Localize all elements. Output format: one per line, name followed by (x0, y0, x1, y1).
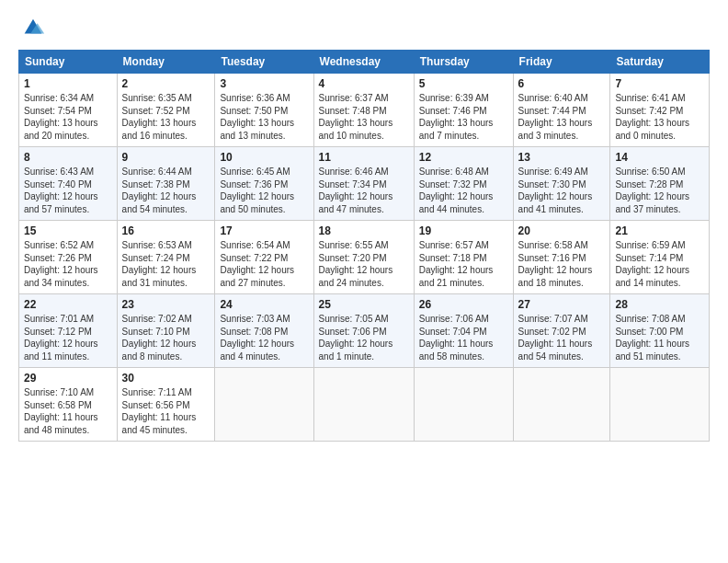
logo-icon (20, 15, 46, 40)
day-cell: 6 Sunrise: 6:40 AMSunset: 7:44 PMDayligh… (513, 74, 610, 147)
day-info: Sunrise: 7:02 AMSunset: 7:10 PMDaylight:… (122, 313, 210, 362)
header-wednesday: Wednesday (313, 51, 414, 74)
calendar-table: SundayMondayTuesdayWednesdayThursdayFrid… (18, 50, 710, 442)
day-number: 19 (419, 224, 508, 237)
week-row-4: 29 Sunrise: 7:10 AMSunset: 6:58 PMDaylig… (19, 368, 710, 442)
day-cell: 26 Sunrise: 7:06 AMSunset: 7:04 PMDaylig… (414, 294, 513, 368)
day-number: 5 (419, 77, 508, 90)
day-number: 10 (220, 151, 308, 164)
day-number: 30 (122, 372, 210, 385)
day-cell (513, 368, 610, 442)
day-info: Sunrise: 6:57 AMSunset: 7:18 PMDaylight:… (419, 239, 508, 289)
day-cell: 9 Sunrise: 6:44 AMSunset: 7:38 PMDayligh… (117, 147, 215, 221)
day-cell: 19 Sunrise: 6:57 AMSunset: 7:18 PMDaylig… (414, 221, 513, 294)
day-cell: 10 Sunrise: 6:45 AMSunset: 7:36 PMDaylig… (215, 147, 313, 221)
day-cell: 18 Sunrise: 6:55 AMSunset: 7:20 PMDaylig… (313, 221, 414, 294)
day-number: 29 (24, 372, 112, 385)
day-info: Sunrise: 6:55 AMSunset: 7:20 PMDaylight:… (319, 239, 409, 289)
day-number: 14 (615, 151, 704, 164)
day-info: Sunrise: 7:03 AMSunset: 7:08 PMDaylight:… (220, 313, 308, 362)
day-number: 17 (220, 224, 308, 237)
day-cell: 17 Sunrise: 6:54 AMSunset: 7:22 PMDaylig… (215, 221, 313, 294)
day-cell: 13 Sunrise: 6:49 AMSunset: 7:30 PMDaylig… (513, 147, 610, 221)
day-number: 12 (419, 151, 508, 164)
day-cell: 25 Sunrise: 7:05 AMSunset: 7:06 PMDaylig… (313, 294, 414, 368)
week-row-2: 15 Sunrise: 6:52 AMSunset: 7:26 PMDaylig… (19, 221, 710, 294)
day-cell (414, 368, 513, 442)
day-info: Sunrise: 6:40 AMSunset: 7:44 PMDaylight:… (518, 92, 606, 142)
day-cell: 20 Sunrise: 6:58 AMSunset: 7:16 PMDaylig… (513, 221, 610, 294)
day-info: Sunrise: 6:34 AMSunset: 7:54 PMDaylight:… (24, 92, 112, 142)
day-info: Sunrise: 7:11 AMSunset: 6:56 PMDaylight:… (122, 386, 210, 436)
day-info: Sunrise: 6:45 AMSunset: 7:36 PMDaylight:… (220, 166, 308, 215)
day-cell: 5 Sunrise: 6:39 AMSunset: 7:46 PMDayligh… (414, 74, 513, 147)
day-info: Sunrise: 6:41 AMSunset: 7:42 PMDaylight:… (615, 92, 704, 142)
day-number: 28 (615, 298, 704, 311)
day-cell: 8 Sunrise: 6:43 AMSunset: 7:40 PMDayligh… (19, 147, 118, 221)
day-number: 4 (319, 77, 409, 90)
day-cell (215, 368, 313, 442)
day-cell: 3 Sunrise: 6:36 AMSunset: 7:50 PMDayligh… (215, 74, 313, 147)
day-number: 11 (319, 151, 409, 164)
day-number: 22 (24, 298, 112, 311)
day-number: 9 (122, 151, 210, 164)
day-cell (313, 368, 414, 442)
day-info: Sunrise: 6:50 AMSunset: 7:28 PMDaylight:… (615, 166, 704, 215)
day-number: 13 (518, 151, 606, 164)
day-cell: 12 Sunrise: 6:48 AMSunset: 7:32 PMDaylig… (414, 147, 513, 221)
day-info: Sunrise: 7:05 AMSunset: 7:06 PMDaylight:… (319, 313, 409, 362)
day-info: Sunrise: 6:35 AMSunset: 7:52 PMDaylight:… (122, 92, 210, 142)
day-info: Sunrise: 6:48 AMSunset: 7:32 PMDaylight:… (419, 166, 508, 215)
day-info: Sunrise: 7:01 AMSunset: 7:12 PMDaylight:… (24, 313, 112, 362)
day-info: Sunrise: 6:44 AMSunset: 7:38 PMDaylight:… (122, 166, 210, 215)
day-info: Sunrise: 6:37 AMSunset: 7:48 PMDaylight:… (319, 92, 409, 142)
day-cell: 21 Sunrise: 6:59 AMSunset: 7:14 PMDaylig… (610, 221, 710, 294)
day-number: 18 (319, 224, 409, 237)
day-number: 25 (319, 298, 409, 311)
day-cell: 14 Sunrise: 6:50 AMSunset: 7:28 PMDaylig… (610, 147, 710, 221)
page: SundayMondayTuesdayWednesdayThursdayFrid… (0, 0, 728, 563)
day-number: 23 (122, 298, 210, 311)
day-info: Sunrise: 6:46 AMSunset: 7:34 PMDaylight:… (319, 166, 409, 215)
day-number: 1 (24, 77, 112, 90)
day-number: 2 (122, 77, 210, 90)
header-thursday: Thursday (414, 51, 513, 74)
day-cell: 7 Sunrise: 6:41 AMSunset: 7:42 PMDayligh… (610, 74, 710, 147)
day-info: Sunrise: 6:52 AMSunset: 7:26 PMDaylight:… (24, 239, 112, 289)
day-info: Sunrise: 7:08 AMSunset: 7:00 PMDaylight:… (615, 313, 704, 362)
header-saturday: Saturday (610, 51, 710, 74)
day-cell: 24 Sunrise: 7:03 AMSunset: 7:08 PMDaylig… (215, 294, 313, 368)
day-number: 20 (518, 224, 606, 237)
week-row-3: 22 Sunrise: 7:01 AMSunset: 7:12 PMDaylig… (19, 294, 710, 368)
day-info: Sunrise: 6:53 AMSunset: 7:24 PMDaylight:… (122, 239, 210, 289)
day-cell: 29 Sunrise: 7:10 AMSunset: 6:58 PMDaylig… (19, 368, 118, 442)
week-row-1: 8 Sunrise: 6:43 AMSunset: 7:40 PMDayligh… (19, 147, 710, 221)
header-monday: Monday (117, 51, 215, 74)
header-row: SundayMondayTuesdayWednesdayThursdayFrid… (19, 51, 710, 74)
day-number: 26 (419, 298, 508, 311)
header-tuesday: Tuesday (215, 51, 313, 74)
header-sunday: Sunday (19, 51, 118, 74)
logo (18, 15, 46, 40)
day-cell: 2 Sunrise: 6:35 AMSunset: 7:52 PMDayligh… (117, 74, 215, 147)
day-number: 3 (220, 77, 308, 90)
day-cell: 15 Sunrise: 6:52 AMSunset: 7:26 PMDaylig… (19, 221, 118, 294)
day-info: Sunrise: 6:36 AMSunset: 7:50 PMDaylight:… (220, 92, 308, 142)
day-number: 6 (518, 77, 606, 90)
day-info: Sunrise: 7:06 AMSunset: 7:04 PMDaylight:… (419, 313, 508, 362)
day-info: Sunrise: 6:58 AMSunset: 7:16 PMDaylight:… (518, 239, 606, 289)
day-cell: 30 Sunrise: 7:11 AMSunset: 6:56 PMDaylig… (117, 368, 215, 442)
day-number: 24 (220, 298, 308, 311)
day-cell: 28 Sunrise: 7:08 AMSunset: 7:00 PMDaylig… (610, 294, 710, 368)
day-info: Sunrise: 6:43 AMSunset: 7:40 PMDaylight:… (24, 166, 112, 215)
week-row-0: 1 Sunrise: 6:34 AMSunset: 7:54 PMDayligh… (19, 74, 710, 147)
day-info: Sunrise: 6:59 AMSunset: 7:14 PMDaylight:… (615, 239, 704, 289)
day-number: 21 (615, 224, 704, 237)
day-number: 7 (615, 77, 704, 90)
day-cell (610, 368, 710, 442)
day-number: 16 (122, 224, 210, 237)
header (18, 15, 710, 40)
day-info: Sunrise: 7:07 AMSunset: 7:02 PMDaylight:… (518, 313, 606, 362)
day-cell: 23 Sunrise: 7:02 AMSunset: 7:10 PMDaylig… (117, 294, 215, 368)
header-friday: Friday (513, 51, 610, 74)
